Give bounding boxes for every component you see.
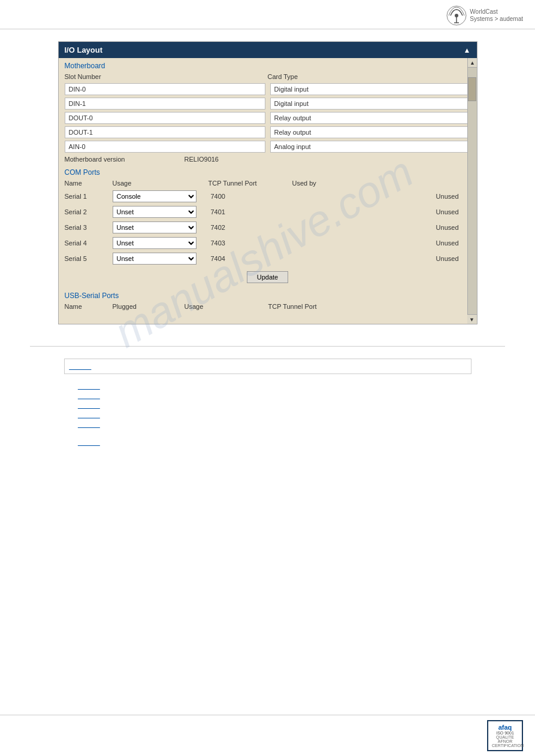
link-item-2[interactable]: ______: [78, 402, 505, 409]
com-col-name-header: Name: [65, 180, 113, 187]
mb-slot-4: AIN-0: [65, 141, 265, 153]
main-content: I/O Layout ▲ ▲ ▼ Motherboard Slot Number…: [0, 29, 535, 336]
mb-row-4: AIN-0 Analog input: [59, 139, 477, 154]
usb-col-headers: Name Plugged Usage TCP Tunnel Port: [59, 301, 477, 312]
motherboard-section-label: Motherboard: [59, 58, 477, 71]
mb-version-value: RELIO9016: [185, 156, 219, 163]
link-item-1[interactable]: ______: [78, 392, 505, 399]
afaq-badge: afaq ISO 9001 QUALITE AFNOR CERTIFICATIO…: [487, 720, 523, 751]
com-serial2-tcp: 7401: [208, 208, 292, 215]
com-serial1-select[interactable]: Console Unset: [113, 190, 197, 202]
usb-col-plugged-header: Plugged: [113, 303, 185, 310]
page-header: WorldCast Systems > audemat: [0, 0, 535, 29]
io-panel-body: ▲ ▼ Motherboard Slot Number Card Type DI…: [59, 58, 477, 324]
com-serial5-usage[interactable]: Unset Console: [113, 253, 208, 265]
usb-col-name-header: Name: [65, 303, 113, 310]
mb-card-4: Analog input: [270, 141, 471, 153]
mb-card-1: Digital input: [270, 98, 471, 110]
com-serial3-select[interactable]: Unset Console: [113, 221, 197, 233]
com-row-3: Serial 4 Unset Console 7403 Unused: [59, 235, 477, 251]
com-serial3-tcp: 7402: [208, 224, 292, 231]
link-item-5[interactable]: ______: [78, 439, 505, 446]
worldcast-logo-icon: [446, 5, 467, 26]
col-slot-header: Slot Number: [65, 73, 268, 80]
com-serial3-usedby: Unused: [292, 224, 471, 231]
com-serial3-name: Serial 3: [65, 224, 113, 231]
afaq-title: afaq: [492, 724, 518, 731]
io-layout-panel: I/O Layout ▲ ▲ ▼ Motherboard Slot Number…: [58, 41, 477, 324]
com-serial5-tcp: 7404: [208, 255, 292, 262]
com-serial5-select[interactable]: Unset Console: [113, 253, 197, 265]
motherboard-col-headers: Slot Number Card Type: [59, 71, 477, 82]
com-col-usage-header: Usage: [113, 180, 208, 187]
com-serial2-select[interactable]: Unset Console: [113, 206, 197, 218]
afaq-quality: QUALITE: [492, 735, 518, 739]
section-divider: [30, 346, 505, 347]
mb-slot-3: DOUT-1: [65, 126, 265, 138]
mb-slot-1: DIN-1: [65, 98, 265, 110]
io-panel-header: I/O Layout ▲: [59, 42, 477, 58]
com-row-2: Serial 3 Unset Console 7402 Unused: [59, 220, 477, 235]
link-box: ______: [64, 359, 471, 374]
logo-line2: Systems > audemat: [470, 16, 523, 23]
afaq-iso: ISO 9001: [492, 731, 518, 735]
mb-card-3: Relay output: [270, 126, 471, 138]
logo-area: WorldCast Systems > audemat: [446, 5, 523, 26]
com-serial4-usedby: Unused: [292, 239, 471, 247]
mb-card-0: Digital input: [270, 83, 471, 95]
scrollbar-thumb[interactable]: [468, 77, 476, 101]
mb-slot-2: DOUT-0: [65, 112, 265, 124]
usb-col-usage-header: Usage: [185, 303, 268, 310]
com-row-4: Serial 5 Unset Console 7404 Unused: [59, 251, 477, 266]
com-serial4-usage[interactable]: Unset Console: [113, 237, 208, 249]
com-serial4-tcp: 7403: [208, 239, 292, 247]
link-item-4[interactable]: ______: [78, 421, 505, 428]
io-panel-title: I/O Layout: [65, 45, 103, 54]
scroll-up-arrow[interactable]: ▲: [464, 46, 471, 54]
com-col-usedby-header: Used by: [292, 180, 471, 187]
usb-col-tcp-header: TCP Tunnel Port: [268, 303, 471, 310]
com-col-tcp-header: TCP Tunnel Port: [208, 180, 292, 187]
col-card-header: Card Type: [268, 73, 471, 80]
com-serial2-name: Serial 2: [65, 208, 113, 215]
mb-row-2: DOUT-0 Relay output: [59, 111, 477, 125]
com-serial3-usage[interactable]: Unset Console: [113, 221, 208, 233]
panel-scrollbar[interactable]: ▲ ▼: [467, 58, 477, 324]
mb-version-label: Motherboard version: [65, 156, 185, 163]
mb-row-3: DOUT-1 Relay output: [59, 125, 477, 139]
com-serial5-name: Serial 5: [65, 255, 113, 262]
com-serial4-name: Serial 4: [65, 239, 113, 247]
link-item-0[interactable]: ______: [78, 382, 505, 390]
com-serial2-usage[interactable]: Unset Console: [113, 206, 208, 218]
com-serial1-tcp: 7400: [208, 193, 292, 200]
com-row-1: Serial 2 Unset Console 7401 Unused: [59, 204, 477, 220]
logo-text: WorldCast Systems > audemat: [470, 8, 523, 23]
afaq-afnor: AFNOR CERTIFICATION: [492, 739, 518, 748]
link-item-3[interactable]: ______: [78, 411, 505, 418]
mb-row-0: DIN-0 Digital input: [59, 82, 477, 96]
mb-slot-0: DIN-0: [65, 83, 265, 95]
com-serial5-usedby: Unused: [292, 255, 471, 262]
mb-row-1: DIN-1 Digital input: [59, 96, 477, 111]
scroll-up-btn[interactable]: ▲: [468, 58, 477, 68]
com-serial1-usage[interactable]: Console Unset: [113, 190, 208, 202]
com-col-headers: Name Usage TCP Tunnel Port Used by: [59, 178, 477, 189]
com-serial2-usedby: Unused: [292, 208, 471, 215]
update-btn-row: Update: [59, 266, 477, 288]
links-column: ______ ______ ______ ______ ______ _____…: [30, 381, 505, 447]
mb-card-2: Relay output: [270, 112, 471, 124]
scroll-down-btn[interactable]: ▼: [467, 314, 477, 324]
usb-ports-section-label: USB-Serial Ports: [59, 288, 477, 301]
com-serial1-usedby: Unused: [292, 193, 471, 200]
com-serial4-select[interactable]: Unset Console: [113, 237, 197, 249]
page-footer: afaq ISO 9001 QUALITE AFNOR CERTIFICATIO…: [0, 715, 535, 756]
box-link[interactable]: ______: [69, 363, 466, 370]
com-row-0: Serial 1 Console Unset 7400 Unused: [59, 189, 477, 204]
mb-version-row: Motherboard version RELIO9016: [59, 154, 477, 165]
bottom-section: ______ ______ ______ ______ ______ _____…: [0, 356, 535, 447]
com-serial1-name: Serial 1: [65, 193, 113, 200]
com-ports-section-label: COM Ports: [59, 165, 477, 178]
update-button[interactable]: Update: [247, 271, 288, 283]
logo-line1: WorldCast: [470, 8, 523, 16]
